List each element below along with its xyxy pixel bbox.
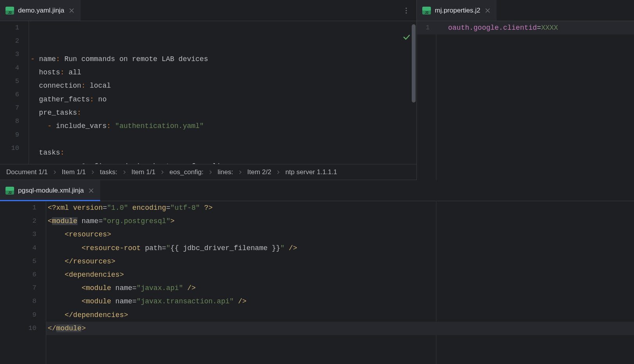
tab-mj-properties-j2[interactable]: J2 mj.properties.j2: [417, 0, 497, 21]
code-line[interactable]: <?xml version="1.0" encoding="utf-8" ?>: [48, 201, 634, 214]
code-line[interactable]: <resource-root path="{{ jdbc_driver_file…: [48, 241, 634, 255]
jinja-file-icon: J2: [5, 186, 14, 195]
close-icon[interactable]: [68, 7, 75, 14]
breadcrumb-item[interactable]: tasks:: [98, 168, 119, 176]
scrollbar-vertical[interactable]: [412, 24, 416, 103]
line-number: 3: [0, 48, 19, 61]
code-line[interactable]: [31, 133, 416, 146]
code-line[interactable]: </dependencies>: [48, 308, 634, 322]
code-line[interactable]: <module name="javax.api" />: [48, 281, 634, 295]
code-line[interactable]: </resources>: [48, 255, 634, 268]
line-number: 9: [0, 308, 36, 322]
line-number: 8: [0, 115, 19, 128]
code-line[interactable]: tasks:: [31, 146, 416, 159]
editor-pane-top-left: J2 demo.yaml.jinja 12345678910 - name: R…: [0, 0, 417, 180]
line-number: 4: [0, 241, 36, 255]
line-number: 10: [0, 322, 36, 335]
breadcrumb-item[interactable]: lines:: [216, 168, 235, 176]
line-number: 10: [0, 142, 19, 155]
tab-bar-bottom: J2 pgsql-module.xml.jinja: [0, 180, 634, 201]
code-line[interactable]: - include_vars: "authentication.yaml": [31, 119, 416, 133]
tab-label: pgsql-module.xml.jinja: [18, 187, 84, 195]
tab-demo-yaml-jinja[interactable]: J2 demo.yaml.jinja: [0, 0, 81, 21]
code-area[interactable]: <?xml version="1.0" encoding="utf-8" ?><…: [46, 201, 634, 364]
svg-point-2: [405, 12, 407, 13]
chevron-right-icon: [49, 170, 60, 175]
breadcrumb-item[interactable]: Item 2/2: [246, 168, 273, 176]
tab-label: mj.properties.j2: [435, 7, 480, 14]
code-line[interactable]: - name: Run commands on remote LAB devic…: [31, 52, 416, 66]
checkmark-icon[interactable]: [369, 25, 411, 51]
line-number: 7: [0, 281, 36, 295]
code-area[interactable]: - name: Run commands on remote LAB devic…: [29, 21, 416, 164]
line-number: 8: [0, 295, 36, 308]
breadcrumb-item[interactable]: Document 1/1: [5, 168, 49, 176]
line-number: 5: [0, 75, 19, 88]
code-line[interactable]: <module name="org.postgresql">: [48, 214, 634, 228]
line-number: 2: [0, 214, 36, 228]
line-number: 1: [0, 201, 36, 214]
code-line[interactable]: <module name="javax.transaction.api" />: [48, 295, 634, 308]
code-line[interactable]: oauth.google.clientid=XXXX: [448, 21, 634, 34]
jinja-file-icon: J2: [5, 6, 14, 15]
svg-point-1: [405, 10, 407, 11]
line-number: 9: [0, 128, 19, 142]
code-line[interactable]: connection: local: [31, 79, 416, 92]
code-line[interactable]: </module>: [48, 322, 634, 335]
gutter: 12345678910: [0, 201, 46, 364]
line-number: 1: [417, 21, 430, 34]
code-line[interactable]: hosts: all: [31, 66, 416, 79]
chevron-right-icon: [119, 170, 130, 175]
line-number: 4: [0, 61, 19, 75]
breadcrumb-item[interactable]: eos_config:: [168, 168, 205, 176]
editor-body[interactable]: 12345678910 <?xml version="1.0" encoding…: [0, 201, 634, 364]
svg-point-0: [405, 7, 407, 9]
chevron-right-icon: [157, 170, 168, 175]
line-number: 1: [0, 21, 19, 34]
breadcrumbs: Document 1/1Item 1/1tasks:Item 1/1eos_co…: [0, 164, 416, 180]
line-number: 2: [0, 34, 19, 48]
chevron-right-icon: [87, 170, 98, 175]
line-number: 6: [0, 268, 36, 281]
more-icon[interactable]: [402, 7, 410, 14]
code-line[interactable]: gather_facts: no: [31, 93, 416, 106]
line-number: 5: [0, 255, 36, 268]
tab-label: demo.yaml.jinja: [18, 7, 64, 14]
close-icon[interactable]: [484, 7, 491, 14]
code-line[interactable]: - name: Configure device hostname from l…: [31, 160, 416, 164]
chevron-right-icon: [235, 170, 246, 175]
tab-bar-right: J2 mj.properties.j2: [417, 0, 634, 21]
breadcrumb-item[interactable]: Item 1/1: [130, 168, 157, 176]
code-line[interactable]: <resources>: [48, 228, 634, 241]
editor-pane-bottom: J2 pgsql-module.xml.jinja 12345678910 <?…: [0, 180, 634, 364]
breadcrumb-item[interactable]: ntp server 1.1.1.1: [284, 168, 339, 176]
chevron-right-icon: [273, 170, 284, 175]
jinja-file-icon: J2: [422, 6, 431, 15]
editor-body[interactable]: 12345678910 - name: Run commands on remo…: [0, 21, 416, 164]
breadcrumb-item[interactable]: Item 1/1: [60, 168, 87, 176]
tab-pgsql-module-xml-jinja[interactable]: J2 pgsql-module.xml.jinja: [0, 180, 100, 201]
close-icon[interactable]: [88, 187, 95, 194]
code-line[interactable]: <dependencies>: [48, 268, 634, 281]
line-number: 6: [0, 88, 19, 101]
line-number: 3: [0, 228, 36, 241]
tab-bar-top-left: J2 demo.yaml.jinja: [0, 0, 416, 21]
code-line[interactable]: pre_tasks:: [31, 106, 416, 119]
gutter: 12345678910: [0, 21, 29, 164]
chevron-right-icon: [205, 170, 216, 175]
line-number: 7: [0, 101, 19, 115]
